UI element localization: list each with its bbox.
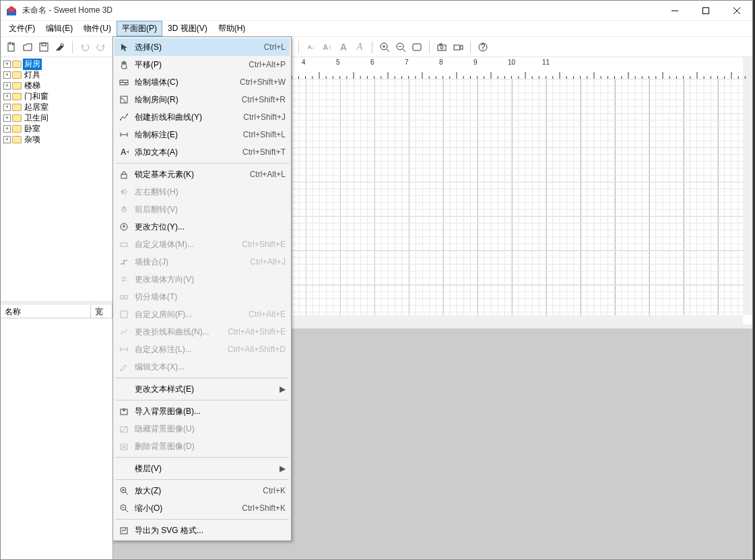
save-icon[interactable] <box>37 40 51 54</box>
menu-file[interactable]: 文件(F) <box>3 21 40 36</box>
svg-icon <box>117 526 131 535</box>
svg-point-33 <box>120 119 121 120</box>
tree-item[interactable]: + 卫生间 <box>2 112 111 123</box>
menu-item-shortcut: Ctrl+Alt+P <box>242 60 286 69</box>
close-button[interactable] <box>721 1 752 21</box>
tree-item-label: 卫生间 <box>23 112 50 124</box>
menu-item-label: 更改折线和曲线(N)... <box>131 326 221 338</box>
zoomin-icon <box>117 486 131 495</box>
undo-icon[interactable] <box>78 40 92 54</box>
tree-item[interactable]: + 楼梯 <box>2 80 111 91</box>
redo-icon[interactable] <box>94 40 108 54</box>
maximize-button[interactable] <box>690 1 721 21</box>
photo-icon[interactable] <box>435 40 449 54</box>
menu-item: 隐藏背景图像(U) <box>114 420 290 438</box>
svg-point-13 <box>61 44 63 46</box>
menu-item[interactable]: 导出为 SVG 格式... <box>114 522 290 539</box>
menu-item-label: 楼层(V) <box>131 463 280 475</box>
col-width[interactable]: 宽度 <box>91 305 112 318</box>
scrollbar-vertical[interactable] <box>743 57 752 315</box>
tree-item[interactable]: + 起居室 <box>2 102 111 112</box>
menu-item[interactable]: 选择(S) Ctrl+L <box>114 38 290 56</box>
furniture-tree[interactable]: + 厨房+ 灯具+ 楼梯+ 门和窗+ <box>1 57 112 305</box>
expand-icon[interactable]: + <box>3 71 11 79</box>
svg-rect-10 <box>42 43 46 46</box>
preferences-icon[interactable] <box>53 40 67 54</box>
tree-item-label: 楼梯 <box>23 80 42 92</box>
minimize-button[interactable] <box>659 1 690 21</box>
menu-3dview[interactable]: 3D 视图(V) <box>162 21 213 36</box>
menu-item[interactable]: 绘制房间(R) Ctrl+Shift+R <box>114 91 290 108</box>
menu-item-label: 删除背景图像(D) <box>131 441 286 452</box>
zoom-in-icon[interactable] <box>378 40 391 54</box>
menu-item[interactable]: 绘制标注(E) Ctrl+Shift+L <box>114 126 290 143</box>
menu-item: 自定义标注(L)... Ctrl+Alt+Shift+D <box>114 341 290 358</box>
help-icon[interactable]: ? <box>476 40 490 54</box>
menu-item[interactable]: 缩小(O) Ctrl+Shift+K <box>114 499 290 517</box>
menu-item-label: 编辑文本(X)... <box>131 361 286 373</box>
expand-icon[interactable]: + <box>3 82 11 90</box>
svg-line-59 <box>125 510 128 512</box>
menu-item: 前后翻转(V) <box>114 201 290 218</box>
menu-item[interactable]: 绘制墙体(C) Ctrl+Shift+W <box>114 73 290 91</box>
svg-line-50 <box>121 427 127 432</box>
tree-item[interactable]: + 厨房 <box>2 59 111 69</box>
new-icon[interactable] <box>5 40 18 54</box>
menu-help[interactable]: 帮助(H) <box>213 21 251 36</box>
menu-item: 删除背景图像(D) <box>114 438 290 455</box>
expand-icon[interactable]: + <box>3 104 11 111</box>
menu-item-shortcut: Ctrl+Shift+K <box>235 503 286 513</box>
tree-item[interactable]: + 门和窗 <box>2 91 111 102</box>
video-icon[interactable] <box>451 40 465 54</box>
menu-item[interactable]: 创建折线和曲线(Y) Ctrl+Shift+J <box>114 108 290 126</box>
svg-rect-9 <box>40 43 48 51</box>
tree-item-label: 杂项 <box>23 134 42 145</box>
menu-item[interactable]: 更改文本样式(E) ▶ <box>114 380 290 398</box>
menu-separator <box>115 457 289 458</box>
menu-item[interactable]: A+ 添加文本(A) Ctrl+Shift+T <box>114 143 290 161</box>
menu-item-shortcut: Ctrl+Shift+T <box>236 147 286 157</box>
zoom-out-icon[interactable] <box>394 40 407 54</box>
expand-icon[interactable]: + <box>3 93 11 100</box>
col-name[interactable]: 名称 <box>1 305 91 318</box>
menu-item-shortcut: Ctrl+Shift+J <box>236 112 286 122</box>
text-size-increase-icon[interactable]: A↑ <box>321 40 334 54</box>
svg-rect-41 <box>121 243 127 246</box>
menu-item: 更改墙体方向(V) <box>114 271 290 288</box>
hand-icon <box>117 60 131 69</box>
menu-item-label: 创建折线和曲线(Y) <box>131 112 236 123</box>
menu-item-label: 添加文本(A) <box>131 147 236 158</box>
menu-item[interactable]: 放大(Z) Ctrl+K <box>114 482 290 499</box>
open-icon[interactable] <box>21 40 34 54</box>
reverse-icon <box>117 275 131 284</box>
wall2-icon <box>117 240 131 249</box>
furniture-list[interactable] <box>1 318 112 559</box>
menu-item[interactable]: 楼层(V) ▶ <box>114 460 290 477</box>
tree-item[interactable]: + 灯具 <box>2 69 111 80</box>
expand-icon[interactable]: + <box>3 61 11 68</box>
menu-item-shortcut: Ctrl+Alt+Shift+D <box>221 345 286 354</box>
menu-item[interactable]: 导入背景图像(B)... <box>114 403 290 420</box>
expand-icon[interactable]: + <box>3 114 11 122</box>
polyline-icon <box>117 112 131 122</box>
menu-item[interactable]: 更改方位(Y)... <box>114 218 290 236</box>
text-bold-icon[interactable]: A <box>337 40 350 54</box>
tree-item[interactable]: + 杂项 <box>2 134 111 145</box>
menu-edit[interactable]: 编辑(E) <box>40 21 78 36</box>
menu-furniture[interactable]: 物件(U) <box>78 21 117 36</box>
text-size-decrease-icon[interactable]: A↓ <box>304 40 318 54</box>
menu-item[interactable]: 平移(P) Ctrl+Alt+P <box>114 56 290 73</box>
menu-item[interactable]: 锁定基本元素(K) Ctrl+Alt+L <box>114 166 290 183</box>
text-italic-icon[interactable]: A <box>353 40 366 54</box>
tree-item[interactable]: + 卧室 <box>2 123 111 134</box>
menu-item-shortcut: Ctrl+K <box>256 486 286 495</box>
expand-icon[interactable]: + <box>3 125 11 133</box>
menu-item-shortcut: Ctrl+Alt+L <box>243 170 286 179</box>
menu-item-shortcut: Ctrl+Shift+W <box>233 77 286 87</box>
fit-icon[interactable] <box>410 40 424 54</box>
folder-icon <box>12 61 22 68</box>
menu-plan[interactable]: 平面图(P) <box>117 21 162 36</box>
menu-item-label: 绘制墙体(C) <box>131 77 233 88</box>
expand-icon[interactable]: + <box>3 136 11 143</box>
folder-icon <box>12 136 22 143</box>
